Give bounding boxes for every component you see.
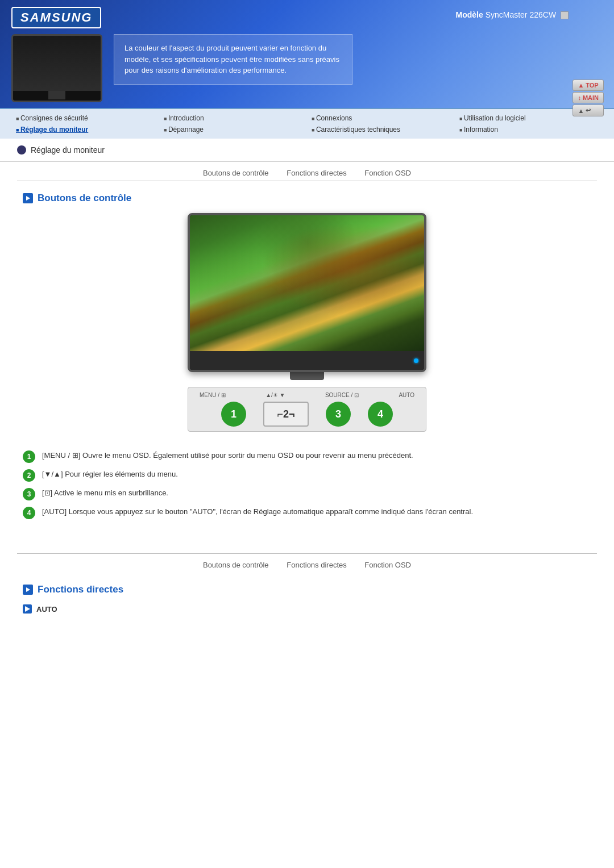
samsung-logo: SAMSUNG [11, 7, 101, 28]
svg-marker-1 [26, 587, 30, 592]
main-content: Boutons de contrôle MENU / ⊞ ▲/☀ ▼ SOURC… [0, 181, 614, 542]
nav-row-1: Consignes de sécurité Introduction Conne… [11, 112, 603, 124]
monitor-bottom-bar [190, 351, 424, 370]
bottom-tab-fonctions[interactable]: Fonctions directes [287, 561, 347, 569]
ctrl-btn-3[interactable]: 3 [326, 402, 351, 427]
monitor-display [188, 213, 426, 372]
nav-connexions[interactable]: Connexions [307, 112, 455, 124]
tab-fonctions[interactable]: Fonctions directes [287, 169, 347, 177]
ctrl-btn-4[interactable]: 4 [368, 402, 393, 427]
desc-text-3: [⊡] Active le menu mis en surbrillance. [42, 487, 168, 499]
section-fonctions-icon [23, 585, 33, 595]
back-button[interactable]: ▲ ↩ [572, 105, 604, 116]
tab-nav: Boutons de contrôle Fonctions directes F… [17, 162, 597, 181]
desc-num-2: 2 [23, 469, 35, 482]
desc-text-4: [AUTO] Lorsque vous appuyez sur le bouto… [42, 506, 473, 518]
desc-num-3: 3 [23, 488, 35, 500]
fonctions-section: Fonctions directes AUTO [0, 573, 614, 625]
section-fonctions-heading: Fonctions directes [23, 584, 591, 595]
desc-item-3: 3 [⊡] Active le menu mis en surbrillance… [23, 487, 591, 500]
nav-depannage[interactable]: Dépannage [159, 124, 307, 135]
desc-num-4: 4 [23, 507, 35, 519]
nav-caracteristiques[interactable]: Caractéristiques techniques [307, 124, 455, 135]
ctrl-btn-1[interactable]: 1 [221, 402, 246, 427]
svg-marker-2 [25, 606, 30, 612]
monitor-stand [290, 372, 324, 380]
control-buttons: 1 ⌐2¬ 3 4 [197, 402, 417, 427]
desc-num-1: 1 [23, 450, 35, 463]
bottom-tab-nav: Boutons de contrôle Fonctions directes F… [17, 553, 597, 573]
monitor-display-container: MENU / ⊞ ▲/☀ ▼ SOURCE / ⊡ AUTO 1 ⌐2¬ 3 4 [23, 213, 591, 439]
header: SAMSUNG Modèle SyncMaster 226CW La coule… [0, 0, 614, 108]
sub-auto-icon [23, 604, 32, 614]
header-description: La couleur et l'aspect du produit peuven… [114, 34, 352, 85]
breadcrumb-text: Réglage du moniteur [31, 145, 105, 155]
bottom-tab-osd[interactable]: Fonction OSD [364, 561, 411, 569]
power-led [414, 358, 418, 363]
nav-consignes[interactable]: Consignes de sécurité [11, 112, 159, 124]
bottom-tab-boutons[interactable]: Boutons de contrôle [203, 561, 269, 569]
control-strip: MENU / ⊞ ▲/☀ ▼ SOURCE / ⊡ AUTO 1 ⌐2¬ 3 4 [188, 387, 426, 432]
sub-section-auto: AUTO [23, 604, 591, 614]
side-buttons: ▲ TOP ↕ MAIN ▲ ↩ [572, 80, 604, 116]
tab-osd[interactable]: Fonction OSD [364, 169, 411, 177]
nav-information[interactable]: Information [455, 124, 603, 135]
section-boutons-icon [23, 193, 33, 203]
label-menu: MENU / ⊞ [200, 392, 226, 398]
desc-text-2: [▼/▲] Pour régler les éléments du menu. [42, 469, 178, 480]
desc-item-2: 2 [▼/▲] Pour régler les éléments du menu… [23, 469, 591, 482]
svg-marker-0 [26, 196, 30, 201]
nav-row-2: Réglage du moniteur Dépannage Caractéris… [11, 124, 603, 135]
breadcrumb: Réglage du moniteur [0, 139, 614, 162]
top-button[interactable]: ▲ TOP [572, 80, 604, 91]
description-list: 1 [MENU / ⊞] Ouvre le menu OSD. Égalemen… [23, 450, 591, 519]
nav-introduction[interactable]: Introduction [159, 112, 307, 124]
desc-item-4: 4 [AUTO] Lorsque vous appuyez sur le bou… [23, 506, 591, 519]
section-fonctions-title: Fonctions directes [38, 584, 123, 595]
main-button[interactable]: ↕ MAIN [572, 92, 604, 103]
breadcrumb-icon [17, 145, 26, 155]
label-source: SOURCE / ⊡ [325, 392, 359, 398]
tab-boutons[interactable]: Boutons de contrôle [203, 169, 269, 177]
nav-reglage[interactable]: Réglage du moniteur [11, 124, 159, 135]
label-arrows: ▲/☀ ▼ [265, 392, 285, 398]
model-line: Modèle SyncMaster 226CW [456, 10, 569, 19]
ctrl-btn-2[interactable]: ⌐2¬ [263, 402, 309, 427]
desc-item-1: 1 [MENU / ⊞] Ouvre le menu OSD. Égalemen… [23, 450, 591, 463]
control-labels: MENU / ⊞ ▲/☀ ▼ SOURCE / ⊡ AUTO [197, 392, 417, 398]
section-boutons-heading: Boutons de contrôle [23, 193, 591, 204]
section-boutons-title: Boutons de contrôle [38, 193, 131, 204]
desc-text-1: [MENU / ⊞] Ouvre le menu OSD. Également … [42, 450, 413, 461]
sub-auto-label: AUTO [36, 605, 57, 614]
monitor-image [11, 34, 102, 102]
nav-bar: Consignes de sécurité Introduction Conne… [0, 108, 614, 139]
header-content: La couleur et l'aspect du produit peuven… [11, 34, 603, 108]
label-auto: AUTO [399, 392, 414, 398]
monitor-screen [190, 215, 424, 351]
